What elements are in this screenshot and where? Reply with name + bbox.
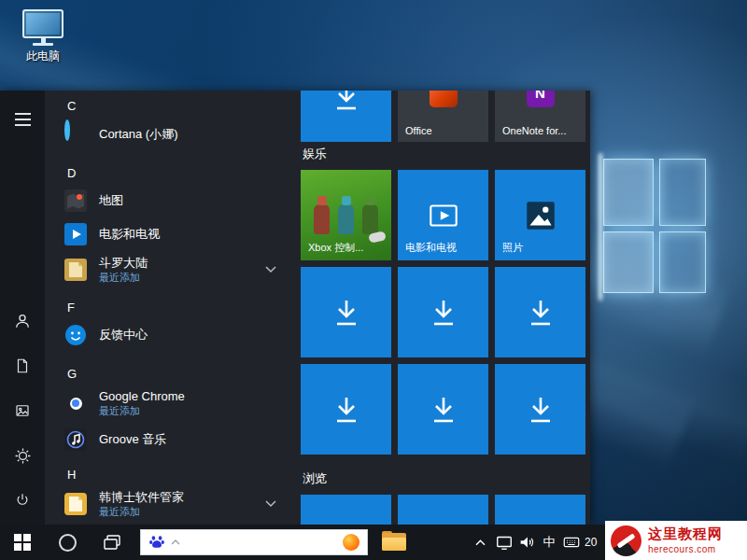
tile-office[interactable]: Office (398, 91, 488, 142)
speaker-icon (517, 533, 536, 552)
recently-added-label: 最近添加 (99, 272, 148, 284)
tile-pending-download[interactable] (301, 495, 391, 525)
watermark-logo (611, 525, 641, 556)
app-list-letter-f[interactable]: F (62, 299, 80, 315)
tile-group-header-entertainment[interactable]: 娱乐 (303, 146, 327, 162)
groove-music-icon (63, 427, 88, 452)
cortana-taskbar-button[interactable] (45, 525, 90, 560)
hamburger-icon (15, 113, 31, 126)
app-item-groove-music[interactable]: Groove 音乐 (56, 423, 289, 456)
app-list-letter-g[interactable]: G (62, 365, 82, 382)
power-button[interactable] (0, 478, 45, 523)
maps-icon (63, 189, 88, 213)
movies-tv-tile-icon (426, 198, 461, 233)
tile-group-header-browse[interactable]: 浏览 (303, 470, 327, 487)
touch-keyboard-button[interactable] (560, 525, 583, 560)
power-icon (14, 492, 31, 509)
app-item-google-chrome[interactable]: Google Chrome 最近添加 (56, 385, 289, 422)
tile-pending-download[interactable] (495, 267, 585, 357)
ime-indicator[interactable]: 中 (538, 525, 560, 560)
volume-tray-button[interactable] (515, 525, 538, 560)
tile-onenote[interactable]: N OneNote for... (495, 91, 585, 142)
download-arrow-icon (330, 91, 363, 114)
pictures-button[interactable] (0, 388, 45, 433)
task-view-button[interactable] (90, 525, 134, 560)
baidu-paw-icon (148, 534, 165, 551)
pictures-icon (14, 402, 31, 419)
wallpaper-glow-edge (599, 153, 602, 301)
app-item-hanboshi[interactable]: 韩博士软件管家 最近添加 (56, 485, 289, 523)
tile-pending-download[interactable] (495, 495, 585, 525)
xbox-avatar (338, 204, 354, 234)
tile-xbox[interactable]: Xbox 控制... (301, 170, 391, 260)
gear-icon (14, 447, 32, 465)
chevron-down-icon[interactable] (265, 266, 276, 273)
tile-pending-download[interactable] (495, 364, 585, 455)
task-view-icon (102, 532, 122, 553)
desktop-icon-this-pc[interactable]: 此电脑 (13, 9, 73, 64)
xbox-avatar (314, 204, 330, 234)
user-account-button[interactable] (0, 299, 45, 343)
tile-pending-download[interactable] (398, 267, 488, 357)
taskbar-search-box[interactable] (140, 529, 368, 555)
tile-pending-download[interactable] (398, 364, 488, 455)
watermark-site-name: 这里教程网 (648, 526, 723, 542)
tile-movies-tv[interactable]: 电影和电视 (398, 170, 488, 260)
screen: 此电脑 (0, 0, 747, 560)
wallpaper-windows-logo (603, 159, 708, 295)
cortana-circle-icon (59, 534, 77, 552)
app-item-maps[interactable]: 地图 (56, 184, 289, 217)
chrome-icon (63, 391, 88, 415)
download-arrow-icon (330, 296, 363, 329)
tile-pending-download[interactable] (398, 495, 488, 525)
game-controller-icon (368, 231, 387, 244)
onenote-icon: N (527, 91, 555, 107)
file-explorer-button[interactable] (374, 525, 415, 560)
app-item-movies-tv[interactable]: 电影和电视 (56, 217, 289, 251)
download-arrow-icon (427, 296, 460, 329)
taskbar-clock[interactable]: 20 (585, 525, 597, 560)
network-tray-button[interactable] (493, 525, 515, 560)
movies-tv-icon (63, 222, 88, 246)
keyboard-icon (562, 533, 581, 552)
documents-button[interactable] (0, 343, 45, 388)
tile-pending-download[interactable] (301, 91, 391, 142)
network-icon (495, 533, 514, 552)
watermark: 这里教程网 herecours.com (605, 521, 747, 560)
user-icon (13, 312, 32, 330)
search-plugin-icon[interactable] (343, 534, 359, 551)
windows-logo-icon (14, 534, 31, 551)
this-pc-icon (13, 9, 73, 46)
app-list-letter-h[interactable]: H (62, 466, 81, 483)
chevron-down-icon[interactable] (265, 500, 276, 508)
settings-button[interactable] (0, 433, 45, 478)
start-button[interactable] (0, 525, 45, 560)
app-item-douluodalu[interactable]: 斗罗大陆 最近添加 (56, 251, 289, 288)
tray-expand-button[interactable] (469, 525, 491, 560)
start-menu-tiles: Office N OneNote for... 娱乐 Xbox 控制... (293, 91, 590, 525)
office-icon (430, 91, 458, 107)
tile-pending-download[interactable] (301, 364, 391, 455)
tile-pending-download[interactable] (301, 267, 391, 357)
start-menu: C Cortana (小娜) D 地图 电影和电视 (0, 91, 590, 525)
this-pc-label: 此电脑 (13, 49, 73, 64)
start-menu-app-list: C Cortana (小娜) D 地图 电影和电视 (45, 91, 293, 525)
recently-added-label: 最近添加 (99, 506, 184, 518)
recently-added-label: 最近添加 (99, 405, 185, 417)
download-arrow-icon (524, 393, 557, 427)
expand-menu-button[interactable] (0, 97, 45, 142)
tile-photos[interactable]: 照片 (495, 170, 585, 260)
xbox-avatar (362, 204, 378, 234)
download-arrow-icon (427, 393, 460, 427)
app-list-letter-d[interactable]: D (62, 164, 81, 181)
folder-icon (382, 533, 406, 552)
cortana-icon (63, 122, 88, 147)
feedback-hub-icon (63, 323, 88, 347)
app-list-letter-c[interactable]: C (62, 97, 81, 114)
chevron-up-icon[interactable] (171, 539, 180, 545)
start-menu-rail (0, 91, 45, 525)
app-item-cortana[interactable]: Cortana (小娜) (56, 118, 289, 151)
download-arrow-icon (524, 296, 557, 329)
hanboshi-icon (63, 492, 88, 516)
app-item-feedback-hub[interactable]: 反馈中心 (56, 318, 289, 352)
